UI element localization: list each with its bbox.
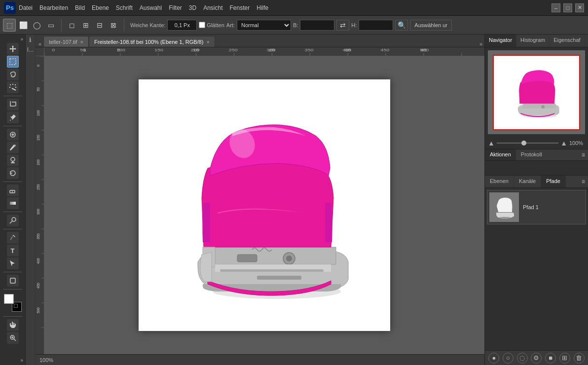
tab-file2[interactable]: Freisteller-108.tif bei 100% (Ebene 1, R… [89, 36, 215, 47]
path-thumbnail [489, 192, 519, 222]
close-button[interactable]: ✕ [575, 3, 584, 12]
menu-bild[interactable]: Bild [75, 4, 85, 11]
svg-text:300: 300 [37, 209, 40, 215]
eraser-tool[interactable] [7, 184, 19, 196]
layers-panel-menu[interactable]: ≡ [579, 176, 588, 187]
foreground-color[interactable] [4, 294, 14, 304]
minimize-button[interactable]: – [551, 3, 560, 12]
art-select[interactable]: Normal [237, 20, 291, 31]
stamp-tool[interactable] [7, 154, 19, 166]
zoom-out-icon[interactable]: ▲ [488, 139, 495, 147]
menu-auswahl[interactable]: Auswahl [140, 4, 162, 11]
menu-hilfe[interactable]: Hilfe [257, 4, 268, 11]
menu-3d[interactable]: 3D [189, 4, 196, 11]
swap-icon[interactable]: ⇄ [336, 20, 349, 31]
rect-marquee-btn[interactable]: ⬚ [3, 19, 16, 32]
svg-rect-83 [220, 269, 324, 272]
add-selection-btn[interactable]: ⊞ [79, 19, 92, 32]
marquee-tool[interactable] [7, 56, 19, 68]
pen-tool[interactable] [7, 232, 19, 244]
selection-as-path-icon[interactable]: ◌ [517, 353, 528, 364]
tab-aktionen[interactable]: Aktionen [485, 149, 516, 160]
rounded-rect-btn[interactable]: ⬜ [17, 19, 30, 32]
svg-point-11 [11, 157, 15, 161]
search-icon[interactable]: 🔍 [395, 20, 408, 31]
title-bar: Ps Datei Bearbeiten Bild Ebene Schrift A… [0, 0, 588, 16]
brush-tool[interactable] [7, 142, 19, 153]
shape-tool[interactable] [7, 275, 19, 287]
tab-protokoll[interactable]: Protokoll [516, 149, 547, 160]
delete-path-icon[interactable]: 🗑 [574, 353, 585, 364]
menu-datei[interactable]: Datei [19, 4, 33, 11]
move-tool[interactable] [7, 43, 19, 55]
info-button[interactable]: ℹ [29, 36, 32, 43]
tab-eigenschaften[interactable]: Eigenschaf [550, 35, 585, 47]
eyedropper-tool[interactable] [7, 111, 19, 123]
tab-histogram[interactable]: Histogram [516, 35, 550, 47]
canvas-scroll[interactable] [44, 56, 484, 354]
tab-korrekturen[interactable]: Korrektue [585, 35, 588, 47]
glatten-checkbox[interactable] [199, 22, 205, 28]
tab1-close[interactable]: × [80, 39, 83, 45]
actions-content [485, 161, 588, 176]
maximize-button[interactable]: □ [563, 3, 572, 12]
lasso-tool[interactable] [7, 69, 19, 80]
fill-path-icon[interactable]: ● [488, 353, 499, 364]
zoom-in-icon[interactable]: ▲ [560, 139, 567, 147]
tab-kanaele[interactable]: Kanäle [514, 176, 541, 187]
path-item-1[interactable]: Pfad 1 [487, 190, 586, 224]
menu-fenster[interactable]: Fenster [230, 4, 250, 11]
menu-filter[interactable]: Filter [169, 4, 182, 11]
intersect-selection-btn[interactable]: ⊠ [107, 19, 120, 32]
menu-ansicht[interactable]: Ansicht [203, 4, 222, 11]
tab-left-arrow[interactable]: « [37, 41, 43, 47]
toolbox-expand-bottom[interactable]: » [20, 358, 23, 363]
stroke-path-icon[interactable]: ○ [503, 353, 514, 364]
left-strip-arrow[interactable]: I... [27, 46, 34, 53]
sub-selection-btn[interactable]: ⊟ [93, 19, 106, 32]
aktionen-panel-menu[interactable]: ≡ [579, 149, 588, 160]
tab-file1[interactable]: teller-107.tif × [43, 36, 89, 47]
crop-tool[interactable] [7, 99, 19, 110]
gradient-tool[interactable] [7, 197, 19, 209]
svg-text:0: 0 [52, 49, 55, 52]
history-tool[interactable] [7, 167, 19, 179]
swap-colors-icon[interactable] [14, 304, 18, 308]
zoom-tool[interactable] [7, 332, 19, 344]
new-path-icon[interactable]: ⊞ [559, 353, 570, 364]
healing-tool[interactable] [7, 129, 19, 141]
tab-navigator[interactable]: Navigator [485, 35, 516, 47]
menu-schrift[interactable]: Schrift [116, 4, 133, 11]
tab-right-arrow[interactable]: » [478, 41, 484, 47]
b-input[interactable] [300, 20, 334, 31]
tab-ebenen[interactable]: Ebenen [485, 176, 514, 187]
menu-ebene[interactable]: Ebene [92, 4, 109, 11]
new-selection-btn[interactable]: ◻ [66, 19, 78, 32]
menu-bearbeiten[interactable]: Bearbeiten [39, 4, 68, 11]
tab-pfade[interactable]: Pfade [541, 176, 566, 187]
h-input[interactable] [359, 20, 393, 31]
svg-text:250: 250 [229, 49, 238, 52]
dodge-tool[interactable] [7, 215, 19, 226]
auswahlen-button[interactable]: Auswählen ur [410, 20, 452, 31]
add-mask-icon[interactable]: ■ [545, 353, 556, 364]
single-row-btn[interactable]: ▭ [44, 19, 57, 32]
path-select-tool[interactable] [7, 257, 19, 269]
svg-rect-79 [237, 255, 257, 262]
nav-preview-inner [493, 55, 580, 130]
weiche-kante-input[interactable] [167, 20, 197, 31]
ellipse-marquee-btn[interactable]: ◯ [31, 19, 43, 32]
art-label: Art: [226, 22, 235, 28]
toolbox-expand-top[interactable]: » [20, 36, 23, 42]
tab2-close[interactable]: × [206, 39, 209, 45]
zoom-thumb[interactable] [521, 141, 526, 146]
ruler-corner [36, 47, 44, 56]
svg-text:400: 400 [37, 258, 40, 264]
type-tool[interactable]: T [7, 245, 19, 256]
svg-text:200: 200 [191, 49, 200, 52]
zoom-slider[interactable] [497, 140, 558, 146]
hand-tool[interactable] [7, 319, 19, 331]
svg-text:50: 50 [80, 49, 86, 52]
magic-wand-tool[interactable] [7, 81, 19, 93]
path-as-selection-icon[interactable]: ⚙ [531, 353, 542, 364]
